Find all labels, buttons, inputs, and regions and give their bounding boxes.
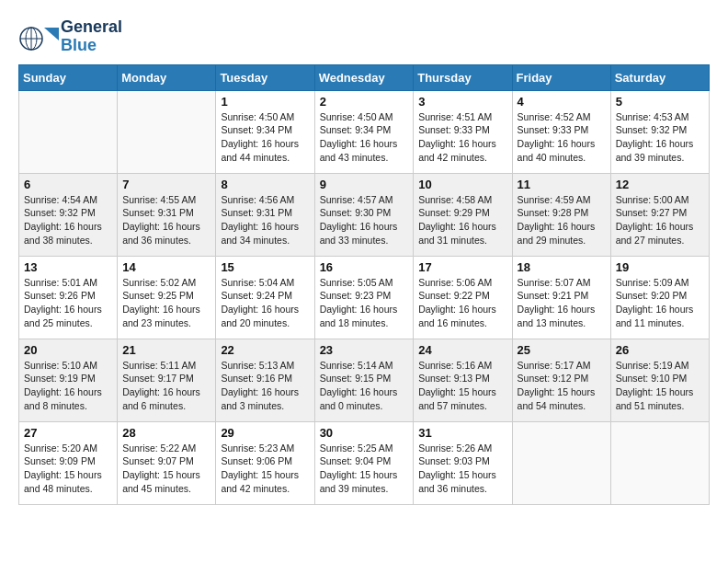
day-header-friday: Friday — [512, 64, 610, 90]
svg-rect-0 — [18, 20, 59, 53]
day-number: 12 — [616, 178, 704, 191]
day-info: Sunrise: 5:07 AM Sunset: 9:21 PM Dayligh… — [518, 276, 606, 330]
day-number: 9 — [320, 178, 409, 191]
calendar-cell: 6Sunrise: 4:54 AM Sunset: 9:32 PM Daylig… — [19, 173, 118, 256]
calendar-cell: 31Sunrise: 5:26 AM Sunset: 9:03 PM Dayli… — [414, 421, 512, 504]
day-header-wednesday: Wednesday — [314, 64, 414, 90]
day-number: 25 — [518, 343, 606, 357]
day-number: 16 — [320, 260, 409, 274]
calendar-cell: 12Sunrise: 5:00 AM Sunset: 9:27 PM Dayli… — [610, 173, 709, 256]
calendar-cell: 25Sunrise: 5:17 AM Sunset: 9:12 PM Dayli… — [512, 339, 610, 421]
day-header-sunday: Sunday — [19, 64, 118, 90]
calendar-cell: 26Sunrise: 5:19 AM Sunset: 9:10 PM Dayli… — [610, 339, 709, 421]
calendar-week-row: 20Sunrise: 5:10 AM Sunset: 9:19 PM Dayli… — [19, 339, 710, 421]
day-info: Sunrise: 5:05 AM Sunset: 9:23 PM Dayligh… — [320, 276, 409, 330]
calendar-cell: 1Sunrise: 4:50 AM Sunset: 9:34 PM Daylig… — [216, 90, 314, 173]
day-number: 30 — [320, 426, 409, 440]
day-info: Sunrise: 5:10 AM Sunset: 9:19 PM Dayligh… — [24, 359, 112, 413]
calendar-cell: 30Sunrise: 5:25 AM Sunset: 9:04 PM Dayli… — [314, 421, 414, 504]
day-info: Sunrise: 5:11 AM Sunset: 9:17 PM Dayligh… — [122, 359, 210, 413]
day-number: 15 — [221, 260, 309, 274]
day-number: 29 — [221, 426, 309, 440]
calendar-cell: 21Sunrise: 5:11 AM Sunset: 9:17 PM Dayli… — [118, 339, 216, 421]
day-number: 3 — [418, 95, 506, 109]
day-info: Sunrise: 4:51 AM Sunset: 9:33 PM Dayligh… — [418, 110, 506, 165]
calendar-cell — [610, 421, 709, 504]
calendar-table: SundayMondayTuesdayWednesdayThursdayFrid… — [18, 64, 710, 505]
day-number: 26 — [616, 343, 704, 357]
day-number: 24 — [418, 343, 506, 357]
day-info: Sunrise: 4:54 AM Sunset: 9:32 PM Dayligh… — [24, 193, 112, 247]
calendar-cell: 22Sunrise: 5:13 AM Sunset: 9:16 PM Dayli… — [216, 339, 314, 421]
calendar-cell: 20Sunrise: 5:10 AM Sunset: 9:19 PM Dayli… — [19, 339, 118, 421]
day-number: 14 — [122, 260, 210, 274]
day-info: Sunrise: 5:00 AM Sunset: 9:27 PM Dayligh… — [616, 193, 704, 247]
calendar-cell: 15Sunrise: 5:04 AM Sunset: 9:24 PM Dayli… — [216, 256, 314, 339]
day-info: Sunrise: 5:02 AM Sunset: 9:25 PM Dayligh… — [122, 276, 210, 330]
calendar-cell: 9Sunrise: 4:57 AM Sunset: 9:30 PM Daylig… — [314, 173, 414, 256]
calendar-cell: 23Sunrise: 5:14 AM Sunset: 9:15 PM Dayli… — [314, 339, 414, 421]
calendar-cell — [118, 90, 216, 173]
calendar-cell — [512, 421, 610, 504]
calendar-week-row: 1Sunrise: 4:50 AM Sunset: 9:34 PM Daylig… — [19, 90, 710, 173]
calendar-cell: 4Sunrise: 4:52 AM Sunset: 9:33 PM Daylig… — [512, 90, 610, 173]
day-number: 5 — [616, 95, 704, 109]
day-header-tuesday: Tuesday — [216, 64, 314, 90]
calendar-cell: 17Sunrise: 5:06 AM Sunset: 9:22 PM Dayli… — [414, 256, 512, 339]
day-info: Sunrise: 4:58 AM Sunset: 9:29 PM Dayligh… — [418, 193, 506, 247]
calendar-cell: 5Sunrise: 4:53 AM Sunset: 9:32 PM Daylig… — [610, 90, 709, 173]
day-info: Sunrise: 4:56 AM Sunset: 9:31 PM Dayligh… — [221, 193, 309, 247]
logo-icon — [18, 20, 59, 53]
day-info: Sunrise: 5:09 AM Sunset: 9:20 PM Dayligh… — [616, 276, 704, 330]
day-number: 31 — [418, 426, 506, 440]
logo-blue-text: Blue — [61, 37, 122, 55]
calendar-week-row: 27Sunrise: 5:20 AM Sunset: 9:09 PM Dayli… — [19, 421, 710, 504]
day-info: Sunrise: 4:52 AM Sunset: 9:33 PM Dayligh… — [518, 110, 606, 165]
day-number: 4 — [518, 95, 606, 109]
day-number: 8 — [221, 178, 309, 191]
calendar-cell: 27Sunrise: 5:20 AM Sunset: 9:09 PM Dayli… — [19, 421, 118, 504]
calendar-cell: 10Sunrise: 4:58 AM Sunset: 9:29 PM Dayli… — [414, 173, 512, 256]
day-number: 20 — [24, 343, 112, 357]
day-number: 2 — [320, 95, 409, 109]
calendar-cell: 11Sunrise: 4:59 AM Sunset: 9:28 PM Dayli… — [512, 173, 610, 256]
day-info: Sunrise: 5:22 AM Sunset: 9:07 PM Dayligh… — [122, 442, 210, 496]
calendar-cell: 2Sunrise: 4:50 AM Sunset: 9:34 PM Daylig… — [314, 90, 414, 173]
day-header-monday: Monday — [118, 64, 216, 90]
day-info: Sunrise: 5:23 AM Sunset: 9:06 PM Dayligh… — [221, 442, 309, 496]
calendar-cell: 19Sunrise: 5:09 AM Sunset: 9:20 PM Dayli… — [610, 256, 709, 339]
day-number: 19 — [616, 260, 704, 274]
calendar-cell: 24Sunrise: 5:16 AM Sunset: 9:13 PM Dayli… — [414, 339, 512, 421]
day-number: 28 — [122, 426, 210, 440]
logo: General Blue — [18, 18, 122, 55]
day-number: 11 — [518, 178, 606, 191]
calendar-cell: 3Sunrise: 4:51 AM Sunset: 9:33 PM Daylig… — [414, 90, 512, 173]
calendar-cell: 29Sunrise: 5:23 AM Sunset: 9:06 PM Dayli… — [216, 421, 314, 504]
day-info: Sunrise: 5:06 AM Sunset: 9:22 PM Dayligh… — [418, 276, 506, 330]
logo-general-text: General — [61, 18, 122, 37]
day-number: 21 — [122, 343, 210, 357]
day-number: 18 — [518, 260, 606, 274]
page-header: General Blue — [18, 18, 710, 55]
day-info: Sunrise: 5:19 AM Sunset: 9:10 PM Dayligh… — [616, 359, 704, 413]
day-number: 1 — [221, 95, 309, 109]
day-number: 10 — [418, 178, 506, 191]
day-info: Sunrise: 4:57 AM Sunset: 9:30 PM Dayligh… — [320, 193, 409, 247]
calendar-cell: 28Sunrise: 5:22 AM Sunset: 9:07 PM Dayli… — [118, 421, 216, 504]
day-header-saturday: Saturday — [610, 64, 709, 90]
calendar-cell — [19, 90, 118, 173]
day-info: Sunrise: 4:50 AM Sunset: 9:34 PM Dayligh… — [221, 110, 309, 165]
day-info: Sunrise: 5:26 AM Sunset: 9:03 PM Dayligh… — [418, 442, 506, 496]
day-info: Sunrise: 4:55 AM Sunset: 9:31 PM Dayligh… — [122, 193, 210, 247]
calendar-cell: 14Sunrise: 5:02 AM Sunset: 9:25 PM Dayli… — [118, 256, 216, 339]
calendar-week-row: 6Sunrise: 4:54 AM Sunset: 9:32 PM Daylig… — [19, 173, 710, 256]
day-info: Sunrise: 4:59 AM Sunset: 9:28 PM Dayligh… — [518, 193, 606, 247]
day-number: 27 — [24, 426, 112, 440]
day-info: Sunrise: 4:50 AM Sunset: 9:34 PM Dayligh… — [320, 110, 409, 165]
day-info: Sunrise: 4:53 AM Sunset: 9:32 PM Dayligh… — [616, 110, 704, 165]
day-info: Sunrise: 5:13 AM Sunset: 9:16 PM Dayligh… — [221, 359, 309, 413]
calendar-cell: 8Sunrise: 4:56 AM Sunset: 9:31 PM Daylig… — [216, 173, 314, 256]
calendar-week-row: 13Sunrise: 5:01 AM Sunset: 9:26 PM Dayli… — [19, 256, 710, 339]
calendar-header-row: SundayMondayTuesdayWednesdayThursdayFrid… — [19, 64, 710, 90]
day-info: Sunrise: 5:16 AM Sunset: 9:13 PM Dayligh… — [418, 359, 506, 413]
